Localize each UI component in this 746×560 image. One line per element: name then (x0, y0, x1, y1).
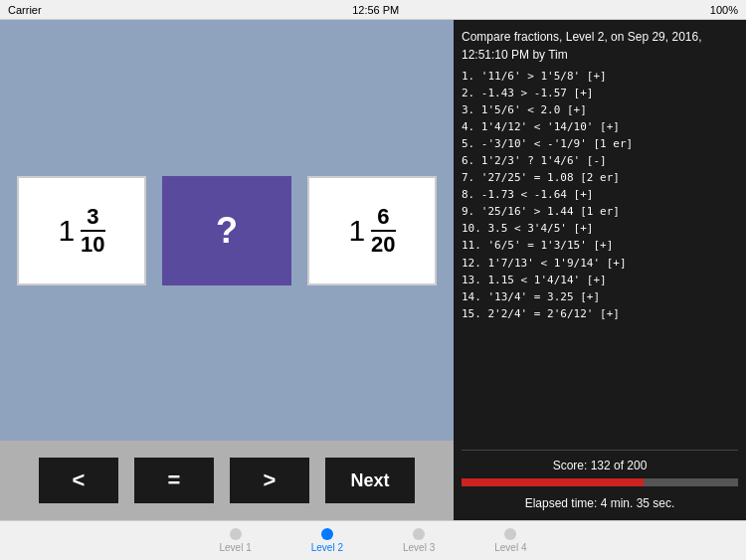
history-list: 1. '11/6' > 1'5/8' [+]2. -1.43 > -1.57 [… (462, 68, 738, 446)
score-area: Score: 132 of 200 Elapsed time: 4 min. 3… (462, 450, 738, 512)
tab-dot-4 (504, 528, 516, 540)
fraction-part-1: 3 10 (81, 206, 104, 256)
fraction-display-2: 1 6 20 (348, 206, 395, 256)
tab-item-4[interactable]: Level 4 (494, 528, 526, 553)
history-item: 6. 1'2/3' ? 1'4/6' [-] (462, 152, 738, 169)
tab-item-3[interactable]: Level 3 (403, 528, 435, 553)
question-mark: ? (216, 210, 238, 252)
less-than-button[interactable]: < (39, 458, 118, 503)
score-text: Score: 132 of 200 (462, 457, 738, 474)
equal-button[interactable]: = (134, 458, 214, 503)
tab-label-2: Level 2 (311, 542, 343, 553)
numerator-1: 3 (87, 206, 98, 228)
history-item: 1. '11/6' > 1'5/8' [+] (462, 68, 738, 85)
fraction-box-2: 1 6 20 (307, 176, 437, 285)
numerator-2: 6 (377, 206, 389, 228)
tab-item-1[interactable]: Level 1 (220, 528, 252, 553)
tab-dot-1 (230, 528, 242, 540)
bottom-controls: < = > Next (0, 441, 454, 520)
score-bar-fill (462, 478, 644, 486)
history-title: Compare fractions, Level 2, on Sep 29, 2… (462, 28, 738, 64)
tab-dot-2 (321, 528, 333, 540)
history-item: 8. -1.73 < -1.64 [+] (462, 186, 738, 203)
history-item: 15. 2'2/4' = 2'6/12' [+] (462, 305, 738, 322)
mixed-number-2: 1 6 20 (348, 206, 395, 256)
history-item: 9. '25/16' > 1.44 [1 er] (462, 203, 738, 220)
history-item: 10. 3.5 < 3'4/5' [+] (462, 220, 738, 237)
main-layout: 1 3 10 ? 1 (0, 20, 746, 520)
time-label: 12:56 PM (352, 4, 399, 16)
history-item: 13. 1.15 < 1'4/14' [+] (462, 272, 738, 288)
score-bar-background (462, 478, 738, 486)
greater-than-button[interactable]: > (230, 458, 309, 503)
fraction-display-1: 1 3 10 (58, 206, 104, 256)
whole-part-2: 1 (348, 214, 365, 248)
history-item: 2. -1.43 > -1.57 [+] (462, 85, 738, 101)
history-item: 5. -'3/10' < -'1/9' [1 er] (462, 135, 738, 152)
question-box: ? (162, 176, 291, 285)
whole-part-1: 1 (58, 214, 75, 248)
fraction-area: 1 3 10 ? 1 (0, 20, 454, 441)
history-item: 3. 1'5/6' < 2.0 [+] (462, 101, 738, 118)
history-item: 11. '6/5' = 1'3/15' [+] (462, 237, 738, 254)
status-bar: Carrier 12:56 PM 100% (0, 0, 746, 20)
left-panel: 1 3 10 ? 1 (0, 20, 454, 520)
tab-label-1: Level 1 (220, 542, 252, 553)
next-button[interactable]: Next (325, 458, 415, 503)
tab-label-4: Level 4 (494, 542, 526, 553)
mixed-number-1: 1 3 10 (58, 206, 104, 256)
fraction-part-2: 6 20 (371, 206, 395, 256)
history-item: 14. '13/4' = 3.25 [+] (462, 288, 738, 305)
history-item: 4. 1'4/12' < '14/10' [+] (462, 118, 738, 135)
tab-label-3: Level 3 (403, 542, 435, 553)
tab-bar: Level 1Level 2Level 3Level 4 (0, 520, 746, 560)
tab-dot-3 (413, 528, 425, 540)
right-panel: Compare fractions, Level 2, on Sep 29, 2… (454, 20, 746, 520)
denominator-1: 10 (81, 234, 104, 256)
elapsed-time-text: Elapsed time: 4 min. 35 sec. (462, 494, 738, 512)
history-item: 7. '27/25' = 1.08 [2 er] (462, 169, 738, 186)
history-item: 12. 1'7/13' < 1'9/14' [+] (462, 255, 738, 272)
carrier-label: Carrier (8, 4, 42, 16)
denominator-2: 20 (371, 234, 395, 256)
tab-item-2[interactable]: Level 2 (311, 528, 343, 553)
battery-label: 100% (710, 4, 738, 16)
fraction-box-1: 1 3 10 (17, 176, 146, 285)
